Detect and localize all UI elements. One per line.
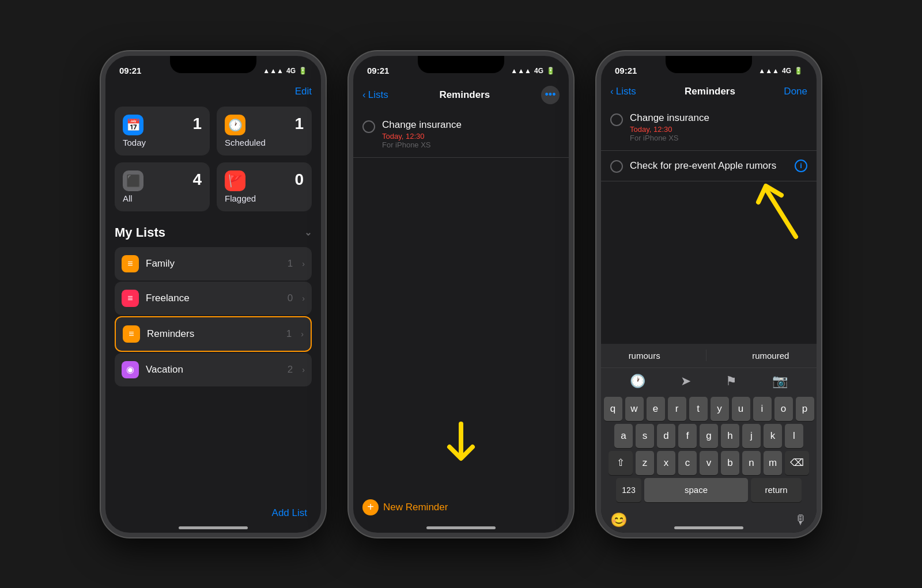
reminder-title-0: Change insurance [382,119,560,131]
reminders-list-count: 1 [286,328,292,340]
card-all[interactable]: ⬛ 4 All [115,162,210,211]
reminder-text-p3-1: Check for pre-event Apple rumors [630,160,788,172]
key-w[interactable]: w [625,397,644,421]
flagged-count: 0 [294,170,304,189]
key-v[interactable]: v [700,451,718,475]
all-icon: ⬛ [123,170,143,191]
key-c[interactable]: c [678,451,697,475]
network-icon-2: 4G [534,67,543,75]
key-k[interactable]: k [764,424,782,448]
network-icon-3: 4G [782,67,791,75]
my-lists-section: My Lists ⌄ [115,225,312,240]
key-123[interactable]: 123 [616,478,641,502]
key-j[interactable]: j [742,424,761,448]
signal-icon-2: ▲▲▲ [511,67,531,75]
reminder-circle-p3-0[interactable] [610,113,623,126]
done-button-3[interactable]: Done [784,86,807,97]
phone-2: 09:21 ▲▲▲ 4G 🔋 ‹ Lists Reminders ••• Cha… [349,51,573,537]
notch-3 [666,56,752,73]
nav-bar-3: ‹ Lists Reminders Done [601,81,817,104]
reminders-chevron-icon: › [301,329,304,339]
list-item-reminders[interactable]: ≡ Reminders 1 › [115,316,312,352]
plus-icon: + [362,499,379,515]
keyboard-area: rumours rumoured 🕐 ➤ ⚑ 📷 q w e r t y [601,344,817,533]
family-list-icon: ≡ [122,255,139,272]
reminder-sub2-p3-0: For iPhone XS [630,134,807,142]
more-button-2[interactable]: ••• [541,86,560,104]
key-b[interactable]: b [721,451,739,475]
freelance-chevron-icon: › [302,294,305,303]
add-list-button[interactable]: Add List [272,507,307,519]
key-a[interactable]: a [614,424,633,448]
card-scheduled[interactable]: 🕐 1 Scheduled [217,107,312,155]
key-s[interactable]: s [636,424,654,448]
key-y[interactable]: y [711,397,729,421]
new-reminder-button[interactable]: + New Reminder [362,499,448,515]
key-i[interactable]: i [753,397,772,421]
clock-icon[interactable]: 🕐 [630,374,645,389]
key-p[interactable]: p [796,397,814,421]
emoji-icon[interactable]: 😊 [610,512,628,528]
reminders-list-name: Reminders [147,328,279,340]
reminder-sub2-0: For iPhone XS [382,141,560,149]
nav-title-2: Reminders [439,89,490,101]
key-space[interactable]: space [644,478,748,502]
key-d[interactable]: d [657,424,675,448]
reminders-list-icon: ≡ [123,325,140,343]
chevron-down-icon[interactable]: ⌄ [304,227,312,238]
key-e[interactable]: e [647,397,665,421]
reminder-circle-0[interactable] [362,120,375,133]
reminder-sub-0: Today, 12:30 [382,132,560,141]
key-u[interactable]: u [732,397,750,421]
back-button-2[interactable]: ‹ Lists [362,89,388,101]
vacation-chevron-icon: › [302,365,305,374]
key-g[interactable]: g [700,424,718,448]
list-item-freelance[interactable]: ≡ Freelance 0 › [115,282,312,315]
card-today[interactable]: 📅 1 Today [115,107,210,155]
info-button-p3-1[interactable]: i [795,160,807,172]
key-z[interactable]: z [636,451,654,475]
family-list-name: Family [146,258,281,270]
key-t[interactable]: t [689,397,708,421]
key-h[interactable]: h [721,424,739,448]
key-row-1: q w e r t y u i o p [603,397,814,421]
phone1-content: Edit 📅 1 Today 🕐 1 Scheduled ⬛ 4 All [105,81,321,386]
list-item-vacation[interactable]: ◉ Vacation 2 › [115,353,312,386]
list-item-family[interactable]: ≡ Family 1 › [115,247,312,280]
new-reminder-label: New Reminder [383,502,448,513]
key-n[interactable]: n [742,451,761,475]
today-label: Today [123,138,202,147]
freelance-list-icon: ≡ [122,290,139,307]
camera-icon[interactable]: 📷 [772,374,788,389]
key-r[interactable]: r [668,397,686,421]
key-x[interactable]: x [657,451,675,475]
reminder-circle-p3-1[interactable] [610,160,623,173]
card-flagged[interactable]: 🚩 0 Flagged [217,162,312,211]
reminder-text-0: Change insurance Today, 12:30 For iPhone… [382,119,560,149]
key-l[interactable]: l [785,424,803,448]
back-button-3[interactable]: ‹ Lists [610,86,636,97]
key-shift[interactable]: ⇧ [609,451,633,475]
location-icon[interactable]: ➤ [681,374,691,389]
key-delete[interactable]: ⌫ [785,451,809,475]
microphone-icon[interactable]: 🎙 [795,513,807,528]
key-f[interactable]: f [678,424,697,448]
key-q[interactable]: q [604,397,622,421]
edit-button[interactable]: Edit [295,86,312,97]
key-return[interactable]: return [751,478,802,502]
reminder-sub-p3-0: Today, 12:30 [630,125,807,134]
key-m[interactable]: m [764,451,782,475]
list-items: ≡ Family 1 › ≡ Freelance 0 › ≡ Reminders… [115,247,312,386]
flag-icon[interactable]: ⚑ [725,374,737,389]
key-row-2: a s d f g h j k l [603,424,814,448]
autocorrect-word-1[interactable]: rumoured [743,348,798,363]
reminder-item-p3-0[interactable]: Change insurance Today, 12:30 For iPhone… [601,104,817,151]
autocorrect-word-0[interactable]: rumours [619,348,670,363]
key-o[interactable]: o [774,397,793,421]
freelance-list-count: 0 [288,293,293,304]
home-indicator-3 [674,526,743,529]
notch-1 [170,56,256,73]
phone1-header: Edit [115,81,312,107]
phone-3: 09:21 ▲▲▲ 4G 🔋 ‹ Lists Reminders Done Ch… [596,51,821,537]
reminder-item-0[interactable]: Change insurance Today, 12:30 For iPhone… [353,111,569,158]
